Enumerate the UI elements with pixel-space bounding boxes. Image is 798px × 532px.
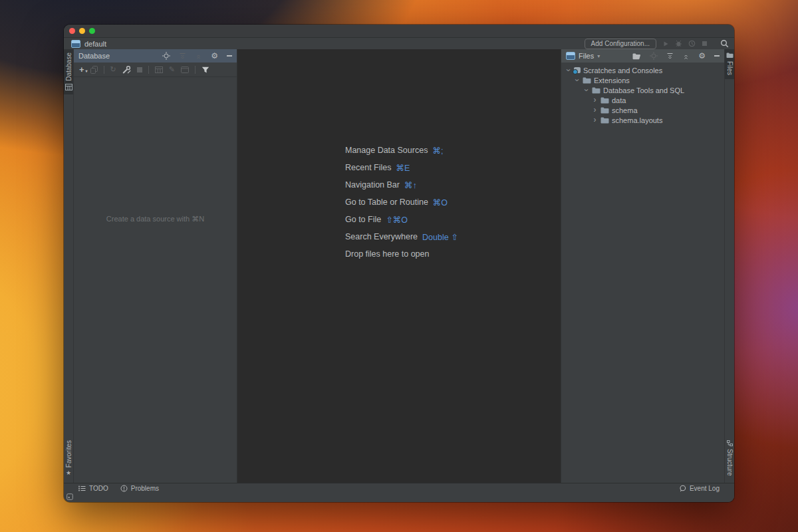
project-tab-label: default	[84, 40, 106, 48]
right-tool-stripe: Files Structure	[724, 49, 734, 483]
tree-row-label: schema.layouts	[612, 116, 662, 124]
minimize-button[interactable]	[79, 28, 85, 34]
chevron-expanded-icon[interactable]: ›	[583, 87, 589, 93]
expand-all-icon[interactable]	[179, 53, 186, 60]
event-log-label: Event Log	[690, 485, 720, 492]
project-icon	[71, 40, 80, 48]
database-tab-label: Database	[65, 53, 72, 81]
add-configuration-button[interactable]: Add Configuration...	[585, 39, 656, 49]
profiler-icon[interactable]	[688, 40, 696, 47]
shortcut-hint: Navigation Bar ⌘↑	[345, 176, 561, 194]
collapse-all-icon[interactable]	[195, 53, 202, 60]
locate-icon[interactable]	[650, 52, 658, 60]
status-bar: TODO Problems Event Log	[64, 483, 734, 493]
chevron-down-icon[interactable]: ▾	[597, 53, 600, 59]
drop-files-hint: Drop files here to open	[345, 245, 561, 263]
data-source-properties-icon[interactable]	[122, 66, 131, 74]
database-tool-window: Database ⚙ +▾ ↻	[74, 49, 237, 483]
folder-icon	[583, 77, 591, 84]
sidebar-tab-structure[interactable]: Structure	[725, 437, 734, 480]
folder-icon	[592, 87, 600, 94]
files-tool-window: Files ▾ ⚙ ›	[561, 49, 724, 483]
folder-icon	[726, 53, 733, 59]
tree-row[interactable]: › schema	[561, 105, 724, 115]
tab-row: default Add Configuration...	[64, 38, 734, 49]
duplicate-icon[interactable]	[90, 66, 98, 74]
chevron-collapsed-icon[interactable]: ›	[592, 107, 598, 113]
edit-icon[interactable]: ✎	[169, 65, 175, 74]
tree-row-label: Database Tools and SQL	[603, 86, 684, 94]
files-panel-icon	[566, 52, 575, 60]
debug-icon[interactable]	[675, 40, 682, 47]
sidebar-tab-database[interactable]: Database	[64, 49, 73, 94]
folder-icon	[600, 97, 609, 104]
settings-gear-icon[interactable]: ⚙	[211, 52, 218, 60]
chevron-collapsed-icon[interactable]: ›	[592, 117, 598, 123]
traffic-lights	[69, 28, 95, 34]
expand-all-icon[interactable]	[666, 53, 674, 60]
sidebar-tab-favorites[interactable]: Favorites ★	[64, 437, 73, 480]
run-toolbar: Add Configuration...	[585, 39, 729, 49]
problems-tab[interactable]: Problems	[120, 485, 159, 492]
tree-row-label: Scratches and Consoles	[583, 66, 662, 74]
stop-query-icon[interactable]	[137, 67, 142, 72]
chevron-collapsed-icon[interactable]: ›	[592, 97, 598, 103]
refresh-icon[interactable]: ↻	[110, 65, 116, 74]
editor-area: Manage Data Sources ⌘; Recent Files ⌘E N…	[237, 49, 561, 483]
todo-icon	[78, 485, 86, 491]
tree-row-label: data	[612, 96, 626, 104]
filter-icon[interactable]	[201, 66, 209, 73]
shortcut-hint: Go to Table or Routine ⌘O	[345, 194, 561, 211]
status-bar-left: TODO Problems	[78, 485, 159, 492]
tree-row[interactable]: › Extensions	[561, 75, 724, 85]
titlebar	[64, 25, 734, 38]
select-open-file-icon[interactable]	[632, 53, 641, 60]
event-log-button[interactable]: Event Log	[679, 485, 720, 492]
hide-panel-icon[interactable]	[227, 55, 232, 57]
database-panel-title: Database	[78, 52, 110, 60]
collapse-all-icon[interactable]	[682, 53, 690, 60]
status-bar-right: Event Log	[679, 485, 720, 492]
stop-icon[interactable]	[702, 41, 708, 47]
problems-label: Problems	[131, 485, 159, 492]
tool-window-switcher-icon[interactable]	[66, 493, 73, 500]
database-empty-text: Create a data source with ⌘N	[106, 215, 204, 223]
shortcut-hint: Recent Files ⌘E	[345, 159, 561, 176]
settings-gear-icon[interactable]: ⚙	[698, 52, 706, 60]
chevron-expanded-icon[interactable]: ›	[574, 77, 580, 83]
tree-row[interactable]: › Database Tools and SQL	[561, 85, 724, 95]
scratches-icon	[574, 67, 581, 73]
folder-icon	[600, 107, 609, 114]
shortcut-hint: Search Everywhere Double ⇧	[345, 228, 561, 245]
shortcut-hint: Go to File ⇧⌘O	[345, 211, 561, 228]
ide-window: default Add Configuration...	[64, 25, 734, 502]
project-tab[interactable]: default	[71, 40, 106, 48]
left-tool-stripe: Database Favorites ★	[64, 49, 74, 483]
star-icon: ★	[66, 470, 71, 476]
shortcut-hints: Manage Data Sources ⌘; Recent Files ⌘E N…	[237, 49, 561, 263]
run-icon[interactable]	[662, 41, 669, 47]
search-everywhere-icon[interactable]	[720, 39, 729, 48]
open-console-icon[interactable]	[181, 66, 189, 73]
tree-row[interactable]: › Scratches and Consoles	[561, 65, 724, 75]
locate-icon[interactable]	[162, 52, 170, 60]
hide-panel-icon[interactable]	[714, 55, 720, 57]
files-panel-header: Files ▾ ⚙	[561, 49, 724, 63]
tree-row[interactable]: › data	[561, 95, 724, 105]
sidebar-tab-files[interactable]: Files	[725, 49, 734, 79]
files-panel-title: Files	[579, 52, 594, 60]
structure-icon	[727, 440, 733, 446]
window-bottom-strip	[64, 493, 734, 502]
database-table-icon	[65, 84, 72, 90]
chevron-expanded-icon[interactable]: ›	[565, 67, 571, 73]
tree-row-label: Extensions	[594, 76, 630, 84]
favorites-tab-label: Favorites	[65, 440, 72, 467]
add-data-source-icon[interactable]: +▾	[79, 66, 84, 73]
zoom-button[interactable]	[89, 28, 95, 34]
table-icon[interactable]	[155, 66, 163, 73]
todo-tab[interactable]: TODO	[78, 485, 108, 492]
files-tree: › Scratches and Consoles › Extensions ›	[561, 63, 724, 125]
files-tab-label: Files	[726, 61, 733, 75]
close-button[interactable]	[69, 28, 75, 34]
tree-row[interactable]: › schema.layouts	[561, 115, 724, 125]
